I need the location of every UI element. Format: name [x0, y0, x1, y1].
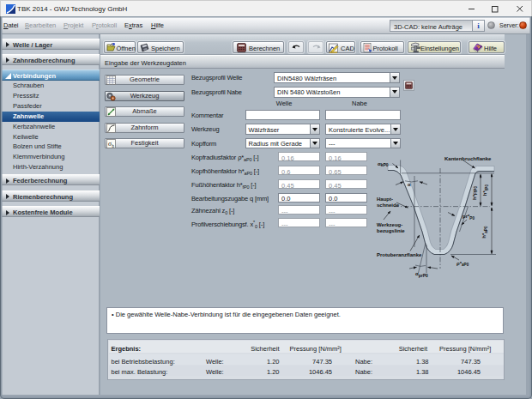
svg-text:Haupt-: Haupt- — [377, 196, 393, 202]
svg-text:h*FfP0: h*FfP0 — [472, 186, 479, 200]
svg-text:αprP0: αprP0 — [415, 271, 428, 278]
svg-text:Werkzeug-: Werkzeug- — [377, 222, 402, 227]
svg-text:Kantenbruchflanke: Kantenbruchflanke — [444, 156, 492, 161]
svg-text:bezugslinie: bezugslinie — [377, 228, 405, 233]
svg-text:pr*P0: pr*P0 — [462, 214, 475, 221]
svg-text:h*aP0: h*aP0 — [482, 226, 489, 239]
svg-text:ρ*aP0: ρ*aP0 — [456, 261, 469, 268]
svg-text:α: α — [408, 182, 411, 187]
svg-text:h*fP0: h*fP0 — [483, 184, 490, 196]
svg-text:αkP0: αkP0 — [378, 161, 389, 168]
svg-text:schneide: schneide — [377, 203, 400, 208]
svg-text:Protuberanzflanke: Protuberanzflanke — [377, 252, 422, 257]
